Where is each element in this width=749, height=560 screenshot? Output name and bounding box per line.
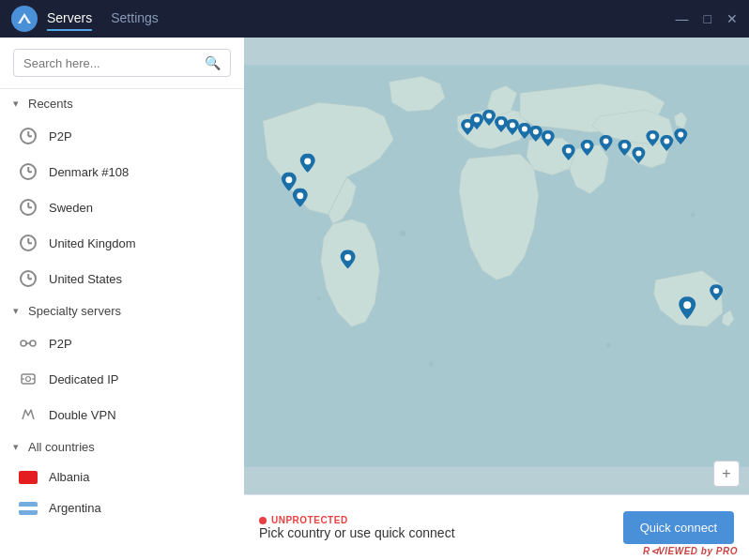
- recent-item-denmark[interactable]: Denmark #108: [0, 154, 244, 189]
- plus-button[interactable]: +: [713, 461, 740, 487]
- recent-item-label: P2P: [49, 129, 72, 144]
- svg-point-23: [498, 120, 504, 126]
- specialty-p2p[interactable]: P2P: [0, 325, 244, 361]
- clock-icon: [19, 162, 38, 181]
- recent-item-label: United Kingdom: [49, 236, 136, 250]
- clock-icon: [19, 234, 38, 252]
- recent-item-label: Denmark #108: [49, 165, 129, 179]
- p2p-icon: [19, 334, 38, 353]
- svg-point-37: [713, 288, 719, 294]
- sidebar: 🔍 ▾ Recents P2P Denmark #108: [0, 38, 244, 560]
- search-input-wrap[interactable]: 🔍: [13, 49, 231, 77]
- recents-header[interactable]: ▾ Recents: [0, 89, 244, 118]
- recent-item-label: United States: [49, 272, 122, 286]
- recent-item-us[interactable]: United States: [0, 261, 244, 296]
- svg-point-11: [400, 231, 405, 236]
- country-albania[interactable]: Albania: [0, 462, 244, 492]
- search-icon: 🔍: [205, 55, 221, 70]
- svg-point-31: [622, 143, 628, 148]
- svg-point-32: [635, 150, 641, 156]
- svg-point-22: [486, 114, 492, 119]
- watermark: R⊲VIEWED by PRO: [643, 546, 738, 556]
- specialty-item-label: P2P: [49, 337, 72, 351]
- nav-servers[interactable]: Servers: [47, 7, 92, 31]
- svg-point-34: [664, 139, 669, 144]
- close-button[interactable]: ✕: [726, 12, 738, 25]
- pick-country-text: Pick country or use quick connect: [259, 525, 608, 540]
- specialty-header[interactable]: ▾ Specialty servers: [0, 296, 244, 325]
- svg-point-36: [683, 301, 691, 309]
- argentina-flag: [19, 502, 38, 515]
- specialty-item-label: Double VPN: [49, 408, 116, 422]
- svg-point-18: [297, 192, 303, 199]
- svg-point-20: [465, 123, 470, 129]
- nav-settings[interactable]: Settings: [111, 7, 159, 31]
- recents-label: Recents: [28, 97, 73, 111]
- svg-point-27: [545, 134, 551, 140]
- map-area[interactable]: UNPROTECTED Pick country or use quick co…: [244, 38, 749, 560]
- svg-point-16: [304, 158, 311, 164]
- sidebar-list: ▾ Recents P2P Denmark #108: [0, 89, 244, 560]
- quick-connect-button[interactable]: Quick connect: [623, 511, 734, 544]
- chevron-down-icon: ▾: [13, 98, 19, 110]
- app-logo: [11, 6, 38, 32]
- specialty-dedicated[interactable]: Dedicated IP: [0, 361, 244, 397]
- dedicated-ip-icon: [19, 370, 38, 388]
- svg-point-33: [650, 134, 655, 140]
- unprotected-label: UNPROTECTED: [259, 515, 608, 525]
- countries-label: All countries: [28, 440, 95, 454]
- svg-point-24: [510, 123, 515, 129]
- status-wrap: UNPROTECTED Pick country or use quick co…: [259, 515, 608, 540]
- country-argentina[interactable]: Argentina: [0, 492, 244, 523]
- svg-point-13: [691, 212, 696, 217]
- svg-point-14: [606, 343, 611, 348]
- recent-item-p2p[interactable]: P2P: [0, 118, 244, 154]
- svg-point-17: [285, 176, 292, 183]
- specialty-item-label: Dedicated IP: [49, 372, 118, 386]
- albania-flag: [19, 471, 38, 484]
- specialty-doublevpn[interactable]: Double VPN: [0, 397, 244, 432]
- svg-point-26: [533, 129, 539, 135]
- chevron-down-icon: ▾: [13, 441, 19, 453]
- minimize-button[interactable]: —: [676, 12, 689, 25]
- main-content: 🔍 ▾ Recents P2P Denmark #108: [0, 38, 749, 560]
- svg-point-35: [678, 132, 683, 138]
- svg-point-19: [344, 254, 351, 261]
- titlebar: Servers Settings — □ ✕: [0, 0, 749, 38]
- double-vpn-icon: [19, 405, 38, 424]
- titlebar-nav: Servers Settings: [47, 7, 676, 31]
- country-label: Albania: [49, 470, 89, 484]
- svg-point-15: [316, 296, 321, 301]
- clock-icon: [19, 198, 38, 217]
- countries-header[interactable]: ▾ All countries: [0, 432, 244, 462]
- svg-point-29: [585, 143, 590, 148]
- svg-point-30: [604, 139, 609, 144]
- recent-item-sweden[interactable]: Sweden: [0, 189, 244, 225]
- recent-item-label: Sweden: [49, 201, 93, 215]
- svg-point-28: [566, 147, 572, 153]
- svg-point-12: [429, 362, 434, 367]
- svg-point-7: [26, 377, 31, 382]
- clock-icon: [19, 127, 38, 145]
- search-input[interactable]: [23, 56, 205, 70]
- chevron-down-icon: ▾: [13, 305, 19, 317]
- svg-point-25: [522, 127, 527, 132]
- status-dot: [259, 517, 267, 524]
- maximize-button[interactable]: □: [704, 12, 711, 25]
- search-bar: 🔍: [0, 38, 244, 89]
- country-label: Argentina: [49, 501, 101, 515]
- svg-point-21: [474, 117, 480, 123]
- clock-icon: [19, 269, 38, 288]
- recent-item-uk[interactable]: United Kingdom: [0, 225, 244, 261]
- specialty-label: Specialty servers: [28, 304, 121, 318]
- titlebar-controls: — □ ✕: [676, 12, 738, 25]
